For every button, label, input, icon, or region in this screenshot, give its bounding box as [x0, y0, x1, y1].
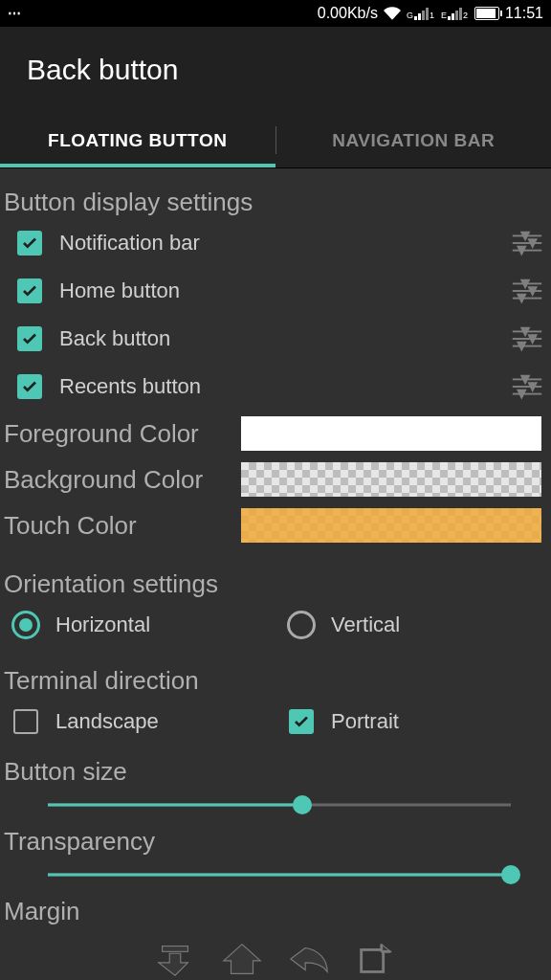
- settings-content[interactable]: Button display settings Notification bar…: [0, 168, 551, 980]
- nav-recents-button[interactable]: [347, 940, 405, 978]
- row-touch-color[interactable]: Touch Color: [0, 502, 551, 548]
- row-foreground-color[interactable]: Foreground Color: [0, 411, 551, 457]
- checkbox-landscape[interactable]: [13, 709, 38, 734]
- row-home-button[interactable]: Home button: [0, 267, 551, 315]
- check-row-landscape[interactable]: Landscape: [0, 698, 276, 746]
- row-notification-bar[interactable]: Notification bar: [0, 219, 551, 267]
- wifi-icon: [384, 5, 401, 22]
- sliders-icon[interactable]: [509, 228, 545, 258]
- sim2-sub: 2: [463, 11, 468, 20]
- radio-horizontal[interactable]: [11, 611, 40, 639]
- sliders-icon[interactable]: [509, 371, 545, 402]
- sliders-icon[interactable]: [509, 276, 545, 306]
- row-label: Landscape: [55, 709, 159, 734]
- svg-marker-15: [521, 328, 529, 336]
- svg-rect-25: [362, 949, 384, 971]
- checkbox-portrait[interactable]: [289, 709, 314, 734]
- sliders-icon[interactable]: [509, 323, 545, 354]
- radio-label: Vertical: [331, 612, 400, 637]
- color-label: Foreground Color: [4, 419, 241, 449]
- svg-marker-5: [518, 247, 526, 255]
- svg-rect-24: [163, 947, 188, 952]
- tab-floating-button[interactable]: FLOATING BUTTON: [0, 113, 276, 167]
- checkbox-back-button[interactable]: [17, 326, 42, 351]
- foreground-color-swatch[interactable]: [241, 416, 541, 451]
- row-label: Portrait: [331, 709, 399, 734]
- sim1-signal-icon: [414, 7, 429, 20]
- radio-row-vertical[interactable]: Vertical: [276, 601, 551, 649]
- row-label: Recents button: [59, 374, 201, 399]
- sim1-net-label: G: [407, 11, 413, 20]
- section-button-display: Button display settings: [0, 184, 551, 219]
- slider-transparency[interactable]: [48, 860, 511, 889]
- nav-pull-down-button[interactable]: [146, 940, 204, 978]
- app-header: Back button: [0, 27, 551, 113]
- radio-label: Horizontal: [55, 612, 150, 637]
- tab-bar: FLOATING BUTTON NAVIGATION BAR: [0, 113, 551, 168]
- checkbox-recents-button[interactable]: [17, 374, 42, 399]
- nav-home-button[interactable]: [213, 940, 271, 978]
- tab-label: FLOATING BUTTON: [48, 130, 227, 151]
- network-speed: 0.00Kb/s: [318, 5, 378, 22]
- touch-color-swatch[interactable]: [241, 508, 541, 543]
- section-transparency: Transparency: [4, 827, 547, 857]
- color-label: Background Color: [4, 465, 241, 495]
- svg-marker-22: [529, 383, 537, 390]
- svg-marker-4: [529, 239, 537, 247]
- section-orientation: Orientation settings: [0, 566, 551, 601]
- battery-icon: [474, 7, 499, 20]
- color-label: Touch Color: [4, 511, 241, 541]
- section-margin: Margin: [4, 897, 547, 926]
- svg-marker-9: [521, 280, 529, 288]
- clock: 11:51: [505, 5, 543, 22]
- svg-marker-11: [518, 295, 526, 302]
- row-label: Back button: [59, 326, 170, 351]
- svg-marker-17: [518, 343, 526, 350]
- nav-back-button[interactable]: [280, 940, 338, 978]
- tab-navigation-bar[interactable]: NAVIGATION BAR: [276, 113, 552, 167]
- svg-marker-23: [518, 390, 526, 398]
- row-back-button[interactable]: Back button: [0, 315, 551, 363]
- sim2-net-label: E: [441, 11, 447, 20]
- background-color-swatch[interactable]: [241, 462, 541, 497]
- sim1-sub: 1: [430, 11, 434, 20]
- svg-marker-3: [521, 233, 529, 240]
- radio-vertical[interactable]: [287, 611, 316, 639]
- check-row-portrait[interactable]: Portrait: [276, 698, 551, 746]
- svg-marker-16: [529, 335, 537, 343]
- section-button-size: Button size: [4, 757, 547, 787]
- checkbox-home-button[interactable]: [17, 278, 42, 303]
- tab-label: NAVIGATION BAR: [332, 130, 495, 151]
- section-terminal-direction: Terminal direction: [0, 662, 551, 698]
- row-recents-button[interactable]: Recents button: [0, 363, 551, 411]
- slider-button-size[interactable]: [48, 791, 511, 819]
- svg-marker-21: [521, 376, 529, 384]
- overflow-dots-icon: ⋯: [8, 6, 22, 21]
- row-background-color[interactable]: Background Color: [0, 457, 551, 502]
- floating-nav-bar: [0, 936, 551, 980]
- row-label: Notification bar: [59, 231, 200, 256]
- checkbox-notification-bar[interactable]: [17, 231, 42, 256]
- radio-row-horizontal[interactable]: Horizontal: [0, 601, 276, 649]
- svg-marker-10: [529, 287, 537, 295]
- status-bar: ⋯ 0.00Kb/s G 1 E 2 11:51: [0, 0, 551, 27]
- page-title: Back button: [27, 54, 178, 86]
- sim2-signal-icon: [448, 7, 462, 20]
- row-label: Home button: [59, 278, 180, 303]
